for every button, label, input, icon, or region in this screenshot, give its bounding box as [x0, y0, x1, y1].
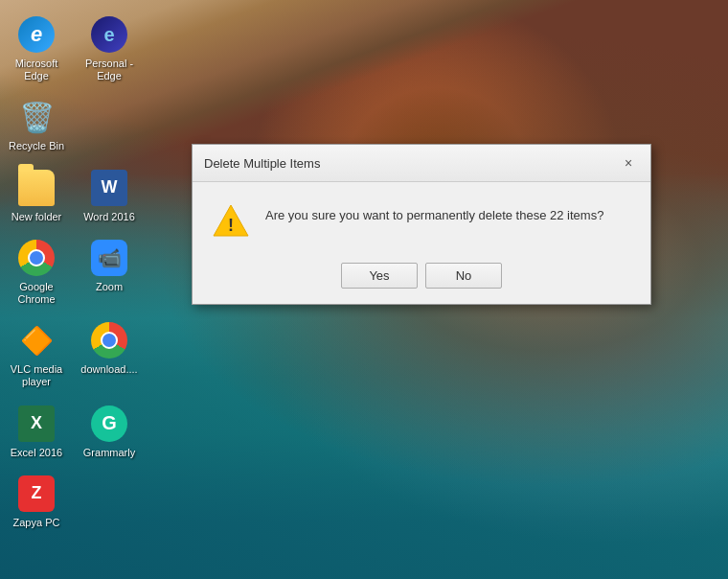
- google-chrome-icon: [17, 239, 56, 277]
- icon-row-5: 🔶 VLC media player download....: [0, 315, 153, 394]
- zapya-pc-label: Zapya PC: [13, 517, 60, 529]
- dialog-close-button[interactable]: ×: [618, 152, 639, 174]
- desktop-icon-personal-edge[interactable]: e Personal - Edge: [73, 10, 146, 88]
- microsoft-edge-label: Microsoft Edge: [4, 58, 69, 82]
- icon-row-3: New folder W Word 2016: [0, 163, 153, 229]
- desktop-icons: e Microsoft Edge e Personal - Edge 🗑️ Re…: [0, 0, 153, 579]
- desktop-icon-excel-2016[interactable]: X Excel 2016: [0, 399, 73, 465]
- excel-2016-label: Excel 2016: [11, 447, 62, 459]
- desktop-icon-vlc[interactable]: 🔶 VLC media player: [0, 315, 73, 394]
- desktop-icon-recycle-bin[interactable]: 🗑️ Recycle Bin: [0, 92, 73, 158]
- svg-text:!: !: [228, 216, 234, 235]
- recycle-bin-icon: 🗑️: [17, 98, 56, 136]
- recycle-bin-label: Recycle Bin: [9, 140, 64, 152]
- dialog-yes-button[interactable]: Yes: [341, 263, 418, 289]
- desktop-icon-grammarly[interactable]: G Grammarly: [73, 399, 146, 465]
- desktop-icon-google-chrome[interactable]: Google Chrome: [0, 233, 73, 312]
- icon-row-4: Google Chrome 📹 Zoom: [0, 233, 153, 312]
- microsoft-edge-icon: e: [17, 15, 56, 54]
- folder-icon: [17, 169, 56, 207]
- dialog-no-button[interactable]: No: [425, 263, 502, 289]
- word-icon: W: [90, 169, 128, 207]
- icon-row-7: Z Zapya PC: [0, 469, 153, 535]
- excel-icon: X: [17, 405, 56, 443]
- desktop-icon-word-2016[interactable]: W Word 2016: [73, 163, 146, 229]
- zapya-icon: Z: [17, 475, 56, 513]
- icon-row-6: X Excel 2016 G Grammarly: [0, 399, 153, 465]
- vlc-icon: 🔶: [17, 321, 56, 359]
- zoom-icon: 📹: [90, 239, 128, 277]
- desktop-icon-zoom[interactable]: 📹 Zoom: [73, 233, 146, 312]
- download-chrome-icon: [90, 321, 128, 359]
- dialog-message: Are you sure you want to permanently del…: [265, 201, 603, 224]
- grammarly-icon: G: [90, 405, 128, 443]
- zoom-label: Zoom: [96, 281, 123, 293]
- vlc-label: VLC media player: [4, 363, 69, 388]
- dialog-title: Delete Multiple Items: [204, 156, 320, 171]
- desktop-icon-download-chrome[interactable]: download....: [73, 315, 146, 394]
- grammarly-label: Grammarly: [83, 447, 135, 459]
- icon-row-2: 🗑️ Recycle Bin: [0, 92, 153, 158]
- download-chrome-label: download....: [80, 363, 137, 376]
- personal-edge-icon: e: [90, 15, 128, 54]
- new-folder-label: New folder: [11, 211, 62, 223]
- desktop-icon-zapya-pc[interactable]: Z Zapya PC: [0, 469, 73, 535]
- word-2016-label: Word 2016: [83, 211, 135, 223]
- dialog-body: ! Are you sure you want to permanently d…: [193, 182, 650, 255]
- dialog-buttons: Yes No: [193, 255, 650, 304]
- icon-row-1: e Microsoft Edge e Personal - Edge: [0, 10, 153, 88]
- dialog-titlebar: Delete Multiple Items ×: [193, 145, 650, 182]
- google-chrome-label: Google Chrome: [4, 281, 69, 306]
- delete-dialog: Delete Multiple Items × ! Are you sure y…: [192, 144, 651, 305]
- desktop-icon-new-folder[interactable]: New folder: [0, 163, 73, 229]
- personal-edge-label: Personal - Edge: [77, 58, 142, 82]
- warning-icon: !: [212, 201, 250, 240]
- desktop-icon-microsoft-edge[interactable]: e Microsoft Edge: [0, 10, 73, 88]
